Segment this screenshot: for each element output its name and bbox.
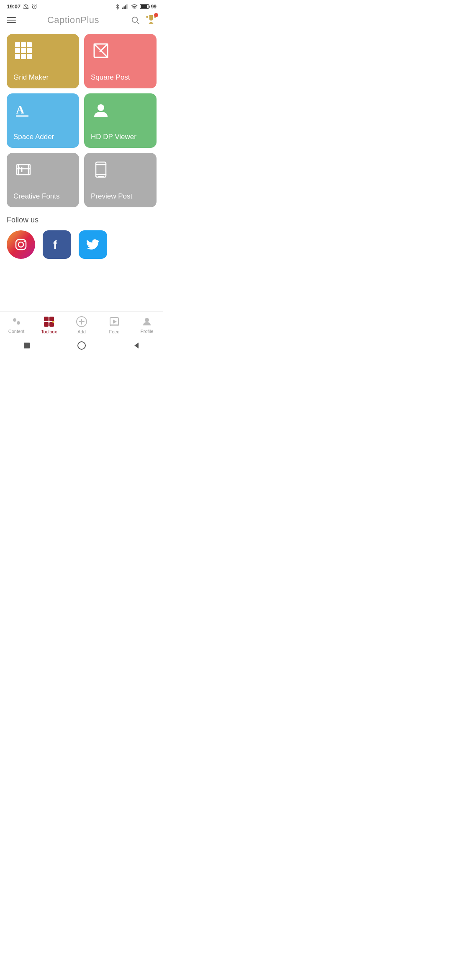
preview-post-label: Preview Post [91,192,150,201]
social-icons-row: f [7,230,157,259]
svg-point-27 [98,104,104,111]
nav-content[interactable]: Content [4,316,29,334]
svg-rect-11 [150,22,153,23]
follow-section: Follow us f [0,207,163,263]
space-adder-card[interactable]: A Space Adder [7,93,79,148]
creative-fonts-icon: T [14,160,33,179]
svg-rect-44 [49,317,54,321]
svg-rect-43 [44,317,49,321]
creative-fonts-card[interactable]: T Creative Fonts [7,153,79,207]
nav-profile[interactable]: Profile [134,316,159,334]
feed-nav-icon [108,316,120,328]
system-nav-bar [0,337,163,353]
svg-point-38 [18,242,23,247]
add-nav-icon [76,316,87,328]
status-bar: 19:07 99 [0,0,163,11]
square-post-label: Square Post [91,73,150,82]
nav-add[interactable]: Add [69,316,94,334]
svg-line-3 [34,7,35,7]
grid-maker-icon [14,41,33,60]
search-icon[interactable] [131,15,140,25]
svg-rect-20 [21,54,26,59]
svg-rect-5 [123,6,125,9]
svg-rect-19 [15,54,20,59]
svg-point-8 [134,8,135,9]
svg-rect-12 [149,23,154,24]
wifi-icon [131,4,138,9]
square-post-icon [92,41,110,60]
svg-rect-14 [21,42,26,47]
svg-rect-21 [27,54,32,59]
square-post-card[interactable]: Square Post [84,34,157,88]
preview-post-card[interactable]: Preview Post [84,153,157,207]
nav-toolbox[interactable]: Toolbox [36,316,62,334]
svg-rect-16 [15,48,20,53]
toolbox-nav-icon [43,316,55,328]
svg-rect-6 [125,5,126,9]
status-icons: 99 [115,4,157,10]
add-nav-label: Add [77,329,86,334]
svg-point-53 [113,321,115,322]
system-back-button[interactable] [133,342,140,349]
instagram-button[interactable] [7,230,35,259]
svg-point-41 [13,318,16,322]
twitter-button[interactable] [79,230,107,259]
signal-icon [122,4,129,10]
svg-rect-36 [98,176,104,177]
svg-point-55 [145,318,149,322]
bluetooth-icon [115,4,120,10]
svg-text:A: A [16,103,25,116]
feed-nav-label: Feed [109,329,119,334]
system-home-button[interactable] [77,341,86,350]
grid-maker-card[interactable]: Grid Maker [7,34,79,88]
hd-dp-viewer-label: HD DP Viewer [91,133,150,141]
nav-feed[interactable]: Feed [102,316,127,334]
app-header: CaptionPlus [0,11,163,31]
svg-line-24 [100,44,108,52]
svg-point-42 [17,321,20,325]
facebook-button[interactable]: f [43,230,71,259]
status-time: 19:07 [7,3,21,10]
hd-dp-viewer-icon [92,101,110,119]
profile-nav-label: Profile [140,329,153,334]
preview-post-icon [92,160,110,179]
svg-rect-13 [15,42,20,47]
profile-nav-icon [141,316,152,327]
creative-fonts-label: Creative Fonts [13,192,72,201]
svg-rect-18 [27,48,32,53]
svg-rect-56 [24,343,30,348]
toolbox-nav-label: Toolbox [41,329,57,334]
follow-title: Follow us [7,216,157,224]
hd-dp-viewer-card[interactable]: HD DP Viewer [84,93,157,148]
space-adder-label: Space Adder [13,133,72,141]
menu-button[interactable] [7,17,16,23]
space-adder-icon: A [14,101,33,119]
svg-rect-15 [27,42,32,47]
silent-icon [23,4,29,10]
battery-icon [140,4,149,9]
system-stop-button[interactable] [23,342,31,349]
svg-point-39 [24,241,25,242]
battery-level: 99 [151,4,157,10]
tools-grid: Grid Maker Square Post A Space Adder [0,31,163,207]
svg-rect-17 [21,48,26,53]
app-title: CaptionPlus [47,15,99,26]
svg-rect-7 [126,4,128,9]
svg-text:f: f [53,238,57,251]
svg-marker-58 [134,343,139,348]
alarm-icon [31,4,37,10]
svg-line-10 [137,22,139,24]
trophy-badge [154,13,158,17]
svg-rect-4 [122,8,123,9]
grid-maker-label: Grid Maker [13,73,72,82]
svg-point-57 [78,342,85,349]
svg-rect-45 [44,322,49,327]
svg-text:T: T [19,165,24,174]
bottom-nav: Content Toolbox Add Feed [0,311,163,337]
content-nav-label: Content [8,329,25,334]
trophy-button[interactable] [146,15,157,26]
content-nav-icon [11,316,22,327]
